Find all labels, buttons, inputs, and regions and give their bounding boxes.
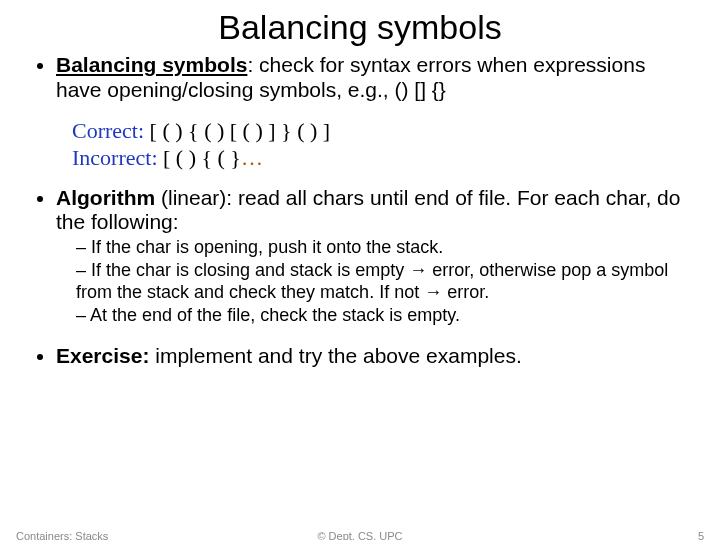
sub-list: If the char is opening, push it onto the… (56, 237, 686, 326)
example-seq: [ ( ) { ( ) [ ( ) ] } ( ) ] (150, 118, 331, 143)
sub-item-opening: If the char is opening, push it onto the… (76, 237, 686, 258)
example-label: Correct: (72, 118, 150, 143)
bullet-list: Balancing symbols: check for syntax erro… (34, 53, 686, 103)
example-tail: … (241, 145, 263, 170)
bullet-list-2: Algorithm (linear): read all chars until… (34, 186, 686, 369)
sub-text: If the char is opening, push it onto the… (91, 237, 443, 257)
slide-body: Balancing symbols: check for syntax erro… (0, 47, 720, 369)
example-seq: [ ( ) { ( } (163, 145, 241, 170)
bullet-bold: Balancing symbols (56, 53, 247, 76)
footer-center: © Dept. CS, UPC (0, 530, 720, 540)
arrow-icon: → (409, 260, 427, 280)
slide-title: Balancing symbols (0, 0, 720, 47)
bullet-balancing-symbols: Balancing symbols: check for syntax erro… (56, 53, 686, 103)
bullet-exercise: Exercise: implement and try the above ex… (56, 344, 686, 369)
sub-item-end: At the end of the file, check the stack … (76, 305, 686, 326)
bullet-bold: Exercise: (56, 344, 149, 367)
sub-text: error. (442, 282, 489, 302)
bullet-text: implement and try the above examples. (149, 344, 521, 367)
example-box: Correct: [ ( ) { ( ) [ ( ) ] } ( ) ] Inc… (72, 117, 686, 172)
sub-text: If the char is closing and stack is empt… (91, 260, 409, 280)
sub-text: At the end of the file, check the stack … (90, 305, 460, 325)
example-correct: Correct: [ ( ) { ( ) [ ( ) ] } ( ) ] (72, 117, 686, 145)
arrow-icon: → (424, 282, 442, 302)
sub-item-closing: If the char is closing and stack is empt… (76, 260, 686, 302)
bullet-bold: Algorithm (56, 186, 155, 209)
bullet-algorithm: Algorithm (linear): read all chars until… (56, 186, 686, 326)
example-label: Incorrect: (72, 145, 163, 170)
footer-page-number: 5 (698, 530, 704, 540)
example-incorrect: Incorrect: [ ( ) { ( }… (72, 144, 686, 172)
slide: Balancing symbols Balancing symbols: che… (0, 0, 720, 540)
